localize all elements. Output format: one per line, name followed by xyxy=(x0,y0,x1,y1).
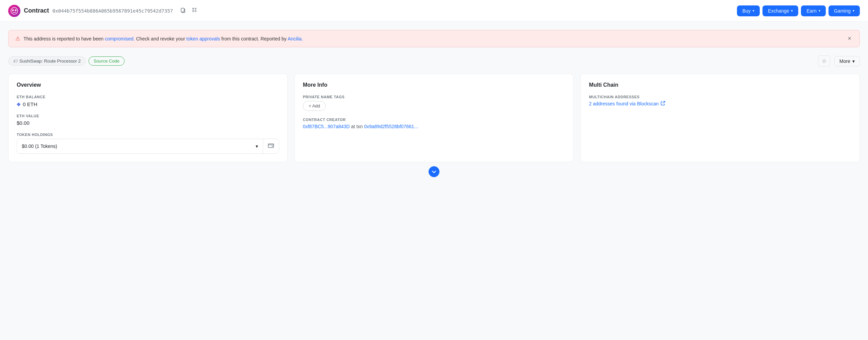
token-holdings-label: TOKEN HOLDINGS xyxy=(17,133,279,137)
svg-point-10 xyxy=(272,146,273,147)
tag-icon: 🏷 xyxy=(13,59,17,64)
exchange-chevron: ▾ xyxy=(791,9,793,13)
sushiswap-tag[interactable]: 🏷 SushiSwap: Route Processor 2 xyxy=(8,56,86,66)
overview-card-title: Overview xyxy=(17,82,279,88)
eth-icon: ◆ xyxy=(17,101,21,107)
multi-chain-card-title: Multi Chain xyxy=(589,82,851,88)
svg-point-0 xyxy=(11,7,18,14)
eth-balance-label: ETH BALANCE xyxy=(17,95,279,99)
tabs-row: 🏷 SushiSwap: Route Processor 2 Source Co… xyxy=(8,55,860,67)
alert-banner: ⚠ This address is reported to have been … xyxy=(8,30,860,47)
creator-row: 0xf87BC5...907a843D at txn 0x9a89d2f5528… xyxy=(303,124,565,129)
multichain-addresses-label: MULTICHAIN ADDRESSES xyxy=(589,95,851,99)
svg-point-2 xyxy=(15,9,17,11)
scroll-down-icon[interactable] xyxy=(429,166,439,177)
ancilia-link[interactable]: Ancilia. xyxy=(288,36,303,41)
logo-icon xyxy=(8,5,20,17)
eth-value-label: ETH VALUE xyxy=(17,114,279,118)
multi-chain-card: Multi Chain MULTICHAIN ADDRESSES 2 addre… xyxy=(580,73,860,162)
creator-address-link[interactable]: 0xf87BC5...907a843D xyxy=(303,124,350,129)
alert-close-button[interactable]: × xyxy=(846,35,853,42)
svg-rect-5 xyxy=(192,8,194,10)
tabs-right: ☆ More ▾ xyxy=(818,55,860,67)
cards-grid: Overview ETH BALANCE ◆ 0 ETH ETH VALUE $… xyxy=(8,73,860,162)
more-info-card: More Info PRIVATE NAME TAGS + Add CONTRA… xyxy=(294,73,574,162)
wallet-icon-btn[interactable] xyxy=(263,139,279,153)
more-chevron-icon: ▾ xyxy=(852,58,855,64)
header-left: Contract 0x044b75f554b886A065b9567891e45… xyxy=(8,5,199,17)
alert-text: This address is reported to have been co… xyxy=(23,36,303,41)
buy-button[interactable]: Buy ▾ xyxy=(737,5,760,16)
warning-icon: ⚠ xyxy=(15,35,20,42)
add-tag-button[interactable]: + Add xyxy=(303,101,326,111)
gaming-chevron: ▾ xyxy=(853,9,854,13)
header-nav: Buy ▾ Exchange ▾ Earn ▾ Gaming ▾ xyxy=(737,5,860,16)
overview-card: Overview ETH BALANCE ◆ 0 ETH ETH VALUE $… xyxy=(8,73,288,162)
svg-rect-8 xyxy=(195,10,196,12)
header: Contract 0x044b75f554b886A065b9567891e45… xyxy=(0,0,868,22)
eth-balance-value: ◆ 0 ETH xyxy=(17,101,279,107)
main-content: ⚠ This address is reported to have been … xyxy=(0,22,868,185)
external-link-icon xyxy=(661,101,665,106)
star-button[interactable]: ☆ xyxy=(818,55,830,67)
star-icon: ☆ xyxy=(822,58,826,64)
token-holdings-dropdown[interactable]: $0.00 (1 Tokens) ▾ xyxy=(17,139,279,154)
svg-rect-9 xyxy=(268,144,274,148)
grid-button[interactable] xyxy=(191,6,199,16)
buy-chevron: ▾ xyxy=(753,9,754,13)
token-chevron-icon: ▾ xyxy=(256,143,258,149)
compromised-link[interactable]: compromised. xyxy=(105,36,135,41)
header-icons xyxy=(179,6,199,16)
token-approvals-link[interactable]: token approvals xyxy=(187,36,220,41)
contract-address: 0x044b75f554b886A065b9567891e45c79542d73… xyxy=(52,8,173,14)
more-info-card-title: More Info xyxy=(303,82,565,88)
page-title: Contract xyxy=(24,7,49,14)
gaming-button[interactable]: Gaming ▾ xyxy=(829,5,860,16)
token-holdings-select[interactable]: $0.00 (1 Tokens) ▾ xyxy=(17,140,263,152)
svg-point-1 xyxy=(12,9,14,11)
alert-content: ⚠ This address is reported to have been … xyxy=(15,35,303,42)
exchange-button[interactable]: Exchange ▾ xyxy=(762,5,798,16)
private-name-tags-label: PRIVATE NAME TAGS xyxy=(303,95,565,99)
bottom-center xyxy=(8,162,860,177)
eth-value-value: $0.00 xyxy=(17,120,279,126)
contract-creator-label: CONTRACT CREATOR xyxy=(303,118,565,122)
creator-txn-link[interactable]: 0x9a89d2f5528bf07661... xyxy=(364,124,418,129)
svg-rect-6 xyxy=(195,8,196,10)
earn-chevron: ▾ xyxy=(819,9,820,13)
source-code-tab[interactable]: Source Code xyxy=(89,56,125,66)
svg-rect-7 xyxy=(192,10,194,12)
blockscan-link[interactable]: 2 addresses found via Blockscan xyxy=(589,101,851,106)
earn-button[interactable]: Earn ▾ xyxy=(801,5,826,16)
copy-button[interactable] xyxy=(179,6,187,16)
more-button[interactable]: More ▾ xyxy=(834,56,860,66)
svg-rect-4 xyxy=(181,8,184,12)
tabs-left: 🏷 SushiSwap: Route Processor 2 Source Co… xyxy=(8,56,125,66)
